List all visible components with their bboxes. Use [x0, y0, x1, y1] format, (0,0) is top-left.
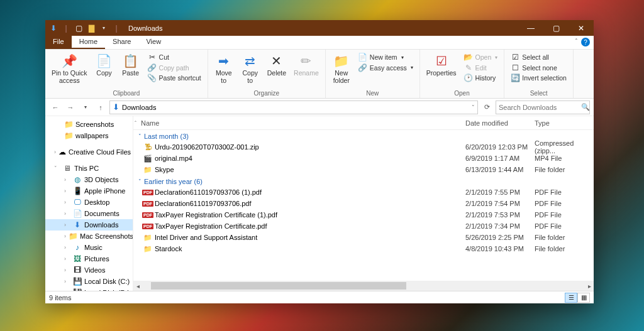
- chevron-right-icon[interactable]: ›: [64, 199, 70, 205]
- sort-indicator-icon[interactable]: ˆ: [135, 120, 136, 126]
- select-all-button[interactable]: ☑Select all: [508, 52, 569, 63]
- recent-dropdown-icon[interactable]: ▾: [79, 101, 92, 114]
- chevron-right-icon[interactable]: ›: [64, 188, 70, 194]
- new-item-button[interactable]: 📄New item▾: [356, 52, 416, 63]
- chevron-right-icon[interactable]: ›: [64, 222, 70, 228]
- sidebar-item-desktop[interactable]: ›🖵Desktop: [45, 197, 133, 208]
- move-to-button[interactable]: ➡Move to: [212, 52, 236, 85]
- file-row[interactable]: PDFDeclaration6110197093706 (1).pdf2/1/2…: [133, 187, 594, 198]
- file-row[interactable]: PDFTaxPayer Registration Certificate (1)…: [133, 209, 594, 220]
- sidebar-item-disk-c[interactable]: ›💾Local Disk (C:): [45, 276, 133, 287]
- chevron-right-icon[interactable]: ›: [64, 233, 66, 239]
- up-button[interactable]: ↑: [94, 101, 107, 114]
- sidebar-item-pictures[interactable]: ›🖼Pictures: [45, 253, 133, 264]
- maximize-button[interactable]: ▢: [543, 20, 569, 36]
- file-row[interactable]: 📁Skype6/13/2019 1:44 AMFile folder: [133, 164, 594, 175]
- select-none-button[interactable]: ☐Select none: [508, 63, 569, 73]
- help-icon[interactable]: ?: [581, 38, 590, 46]
- sidebar-item-videos[interactable]: ›🎞Videos: [45, 264, 133, 276]
- chevron-right-icon[interactable]: ›: [64, 290, 70, 291]
- file-row[interactable]: 📁Stardock4/8/2019 10:43 PMFile folder: [133, 243, 594, 254]
- forward-button[interactable]: →: [64, 101, 77, 114]
- new-folder-button[interactable]: 📁New folder: [330, 52, 353, 85]
- breadcrumb[interactable]: ⬇ Downloads ˅: [109, 100, 478, 114]
- minimize-button[interactable]: —: [518, 20, 543, 36]
- history-chevron-icon[interactable]: ˅: [472, 104, 475, 111]
- chevron-down-icon[interactable]: ˅: [54, 165, 60, 171]
- group-header[interactable]: ˅Last month (3): [133, 130, 594, 141]
- paste-shortcut-button[interactable]: 📎Paste shortcut: [145, 73, 204, 84]
- sidebar-item-mac-screenshots[interactable]: ›📁Mac Screenshots: [45, 231, 133, 242]
- scroll-right-icon[interactable]: ▸: [585, 283, 594, 290]
- column-header-date[interactable]: Date modified: [465, 119, 508, 127]
- file-icon[interactable]: ▢: [74, 24, 83, 33]
- sidebar-item-creative-cloud[interactable]: ›☁Creative Cloud Files: [45, 146, 133, 158]
- folder-qat-icon[interactable]: ▇: [87, 24, 96, 33]
- tab-share[interactable]: Share: [105, 36, 138, 49]
- ribbon-group-select: ☑Select all ☐Select none 🔄Invert selecti…: [504, 50, 574, 98]
- file-row[interactable]: PDFDeclaration6110197093706.pdf2/1/2019 …: [133, 198, 594, 209]
- chevron-right-icon[interactable]: ›: [64, 278, 70, 285]
- file-row[interactable]: 🗜Urdu-20190620T070300Z-001.zip6/20/2019 …: [133, 141, 594, 153]
- file-row[interactable]: 📁Intel Driver and Support Assistant5/26/…: [133, 232, 594, 243]
- file-date: 6/13/2019 1:44 AM: [465, 166, 523, 173]
- copy-to-button[interactable]: ⇄Copy to: [238, 52, 262, 85]
- icons-view-button[interactable]: ▦: [577, 293, 590, 303]
- column-header-type[interactable]: Type: [535, 119, 550, 127]
- copy-button[interactable]: 📄 Copy: [92, 52, 116, 79]
- file-row[interactable]: PDFTaxPayer Registration Certificate.pdf…: [133, 220, 594, 232]
- chevron-right-icon[interactable]: ›: [64, 256, 70, 262]
- sidebar-item-downloads[interactable]: ›⬇Downloads: [45, 219, 133, 231]
- sidebar-item-documents[interactable]: ›📄Documents: [45, 208, 133, 219]
- column-header-name[interactable]: Name: [141, 119, 159, 127]
- sidebar-item-this-pc[interactable]: ˅🖥This PC: [45, 163, 133, 174]
- invert-selection-button[interactable]: 🔄Invert selection: [508, 73, 569, 84]
- tab-view[interactable]: View: [138, 36, 169, 49]
- details-view-button[interactable]: ☰: [565, 293, 577, 303]
- refresh-button[interactable]: ⟳: [480, 101, 493, 114]
- delete-button[interactable]: ✕Delete: [265, 52, 289, 79]
- edit-button[interactable]: ✎Edit: [462, 63, 501, 73]
- sidebar-item-iphone[interactable]: ›📱Apple iPhone: [45, 185, 133, 197]
- back-button[interactable]: ←: [49, 101, 62, 114]
- sidebar-item-screenshots[interactable]: 📁Screenshots: [45, 119, 133, 130]
- group-header[interactable]: ˅Earlier this year (6): [133, 175, 594, 187]
- down-arrow-icon[interactable]: ⬇: [49, 24, 58, 33]
- cut-button[interactable]: ✂Cut: [145, 52, 204, 63]
- scrollbar-thumb[interactable]: [151, 282, 406, 290]
- chevron-right-icon[interactable]: ›: [64, 176, 70, 183]
- sidebar-item-music[interactable]: ›♪Music: [45, 242, 133, 253]
- folder-icon: 📁: [143, 166, 152, 174]
- open-button[interactable]: 📂Open▾: [462, 52, 501, 63]
- close-button[interactable]: ✕: [569, 20, 594, 36]
- tab-file[interactable]: File: [45, 36, 72, 49]
- sidebar-item-disk-d[interactable]: ›💾Local Disk (D:): [45, 287, 133, 291]
- rename-button[interactable]: ✏Rename: [291, 52, 321, 79]
- paste-button[interactable]: 📋 Paste: [119, 52, 143, 79]
- search-icon[interactable]: 🔍: [581, 103, 590, 111]
- collapse-ribbon-icon[interactable]: ˆ: [575, 38, 577, 45]
- pin-to-quick-access-button[interactable]: 📌 Pin to Quick access: [49, 52, 90, 85]
- breadcrumb-label: Downloads: [122, 104, 156, 111]
- search-input[interactable]: [496, 100, 590, 114]
- file-row[interactable]: 🎬original.mp46/9/2019 1:17 AMMP4 File: [133, 153, 594, 164]
- copy-path-button[interactable]: 🔗Copy path: [145, 63, 204, 73]
- qat-dropdown-icon[interactable]: ▾: [99, 24, 108, 33]
- pin-label: Pin to Quick access: [52, 70, 87, 84]
- file-name: Skype: [155, 166, 174, 173]
- easy-access-button[interactable]: 🔗Easy access▾: [356, 63, 416, 73]
- chevron-right-icon[interactable]: ›: [54, 149, 56, 155]
- horizontal-scrollbar[interactable]: ◂ ▸: [133, 281, 594, 291]
- sidebar-item-3d-objects[interactable]: ›◍3D Objects: [45, 174, 133, 185]
- history-button[interactable]: 🕑History: [462, 73, 501, 84]
- pasteshortcut-icon: 📎: [148, 74, 157, 83]
- sidebar-item-wallpapers[interactable]: 📁wallpapers: [45, 130, 133, 141]
- chevron-right-icon[interactable]: ›: [64, 244, 70, 251]
- scroll-left-icon[interactable]: ◂: [133, 283, 142, 290]
- scrollbar-track[interactable]: [151, 282, 576, 290]
- chevron-right-icon[interactable]: ›: [64, 210, 70, 217]
- tab-home[interactable]: Home: [72, 36, 105, 49]
- open-label: Open: [475, 53, 492, 62]
- properties-button[interactable]: ☑Properties: [424, 52, 459, 79]
- chevron-right-icon[interactable]: ›: [64, 267, 70, 273]
